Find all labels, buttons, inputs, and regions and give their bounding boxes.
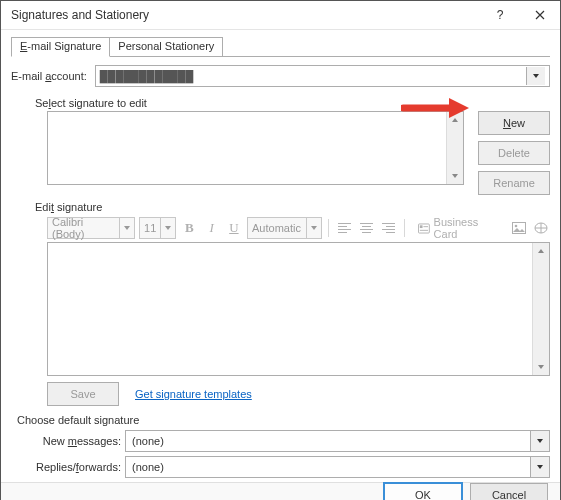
scroll-down-icon [447,168,463,184]
email-account-value: ████████████ [100,70,526,82]
email-account-combo[interactable]: ████████████ [95,65,550,87]
font-size-combo[interactable]: 11 [139,217,176,239]
underline-button[interactable]: U [225,218,243,238]
scrollbar[interactable] [446,112,463,184]
chevron-down-icon [530,431,549,451]
delete-button[interactable]: Delete [478,141,550,165]
scroll-up-icon [533,243,549,259]
chevron-down-icon [119,218,134,238]
new-messages-row: New messages: (none) [11,430,550,452]
scrollbar[interactable] [532,243,549,375]
dialog-window: Signatures and Stationery ? E-mail Signa… [0,0,561,500]
signature-actions: New Delete Rename [478,111,550,195]
svg-rect-3 [420,229,428,230]
align-left-button[interactable] [335,218,353,238]
edit-signature-label: Edit signature [35,201,550,213]
align-center-icon [360,222,373,234]
separator [328,219,329,237]
chevron-down-icon [526,67,545,85]
new-messages-combo[interactable]: (none) [125,430,550,452]
title-bar: Signatures and Stationery ? [1,1,560,30]
signature-list[interactable] [47,111,464,185]
italic-button[interactable]: I [203,218,221,238]
help-button[interactable]: ? [480,1,520,29]
close-button[interactable] [520,1,560,29]
separator [404,219,405,237]
replies-forwards-label: Replies/forwards: [11,461,125,473]
svg-rect-2 [423,226,428,227]
chevron-down-icon [530,457,549,477]
format-toolbar: Calibri (Body) 11 B I U Automatic [47,217,550,239]
signature-area: New Delete Rename [47,111,550,195]
dialog-body: E-mail Signature Personal Stationery E-m… [1,30,560,482]
window-title: Signatures and Stationery [11,8,480,22]
save-button[interactable]: Save [47,382,119,406]
get-templates-link[interactable]: Get signature templates [135,388,252,400]
chevron-down-icon [160,218,175,238]
email-account-row: E-mail account: ████████████ [11,65,550,87]
tab-strip: E-mail Signature Personal Stationery [11,36,550,57]
close-icon [535,10,545,20]
business-card-icon [418,223,430,234]
insert-picture-button[interactable] [510,218,528,238]
rename-button[interactable]: Rename [478,171,550,195]
scroll-down-icon [533,359,549,375]
picture-icon [512,222,526,234]
replies-forwards-combo[interactable]: (none) [125,456,550,478]
scroll-up-icon [447,112,463,128]
select-signature-label: Select signature to edit [35,97,550,109]
align-left-icon [338,222,351,234]
business-card-button[interactable]: Business Card [411,217,506,239]
font-color-combo[interactable]: Automatic [247,217,322,239]
svg-rect-1 [420,225,423,228]
svg-point-5 [514,225,517,228]
insert-hyperlink-button[interactable] [532,218,550,238]
default-signature-section: Choose default signature New messages: (… [11,414,550,478]
dialog-footer: OK Cancel [1,482,560,500]
email-account-label: E-mail account: [11,70,87,82]
hyperlink-icon [534,222,548,234]
replies-forwards-row: Replies/forwards: (none) [11,456,550,478]
ok-button[interactable]: OK [384,483,462,500]
svg-rect-0 [418,223,429,232]
cancel-button[interactable]: Cancel [470,483,548,500]
default-signature-heading: Choose default signature [17,414,550,426]
chevron-down-icon [306,218,321,238]
new-button[interactable]: New [478,111,550,135]
tab-email-signature[interactable]: E-mail Signature [11,37,110,57]
save-row: Save Get signature templates [47,382,550,406]
align-right-button[interactable] [380,218,398,238]
new-messages-label: New messages: [11,435,125,447]
tab-personal-stationery[interactable]: Personal Stationery [109,37,223,57]
font-combo[interactable]: Calibri (Body) [47,217,135,239]
align-right-icon [382,222,395,234]
bold-button[interactable]: B [180,218,198,238]
signature-editor[interactable] [47,242,550,376]
align-center-button[interactable] [357,218,375,238]
